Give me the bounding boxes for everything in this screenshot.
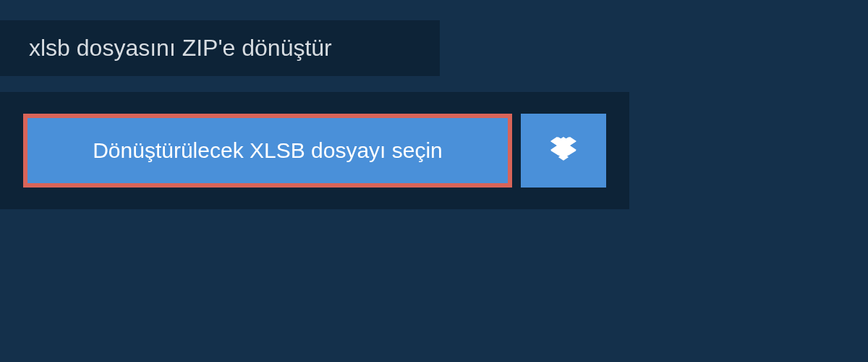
header-bar: xlsb dosyasını ZIP'e dönüştür (0, 20, 440, 76)
select-file-label: Dönüştürülecek XLSB dosyayı seçin (93, 138, 443, 163)
page-title: xlsb dosyasını ZIP'e dönüştür (29, 35, 411, 62)
upload-panel: Dönüştürülecek XLSB dosyayı seçin (0, 92, 629, 209)
dropbox-button[interactable] (521, 114, 606, 188)
dropbox-icon (549, 135, 578, 167)
select-file-button[interactable]: Dönüştürülecek XLSB dosyayı seçin (23, 114, 512, 188)
